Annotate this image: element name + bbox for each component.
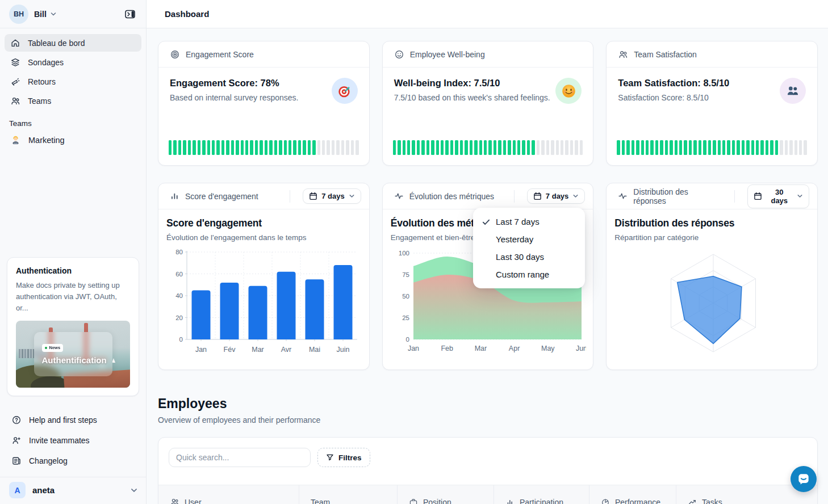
progress-tick <box>766 140 768 155</box>
news-badge: News <box>42 344 64 352</box>
progress-tick <box>474 140 477 155</box>
svg-text:0: 0 <box>179 336 183 343</box>
sidebar-item-label: Teams <box>28 96 51 106</box>
progress-tick <box>356 140 358 155</box>
sidebar-item-sondages[interactable]: Sondages <box>5 53 141 71</box>
card-header-label: Distribution des réponses <box>633 187 722 205</box>
calendar-icon <box>533 192 542 200</box>
progress-tick <box>770 140 773 155</box>
column-header-team[interactable]: Team <box>299 485 397 504</box>
progress-tick <box>742 140 745 155</box>
svg-text:May: May <box>541 345 555 352</box>
team-satisfaction-card: Team Satisfaction Team Satisfaction: 8.5… <box>606 41 818 166</box>
svg-text:Mai: Mai <box>309 346 320 354</box>
progress-tick <box>173 140 176 155</box>
target-rings-icon <box>170 49 180 60</box>
account-avatar: A <box>9 482 26 498</box>
progress-tick <box>626 140 629 155</box>
employees-section: Employees Overview of employees and thei… <box>158 396 818 504</box>
progress-tickbar <box>169 140 359 155</box>
sidebar-item-marketing[interactable]: Marketing <box>5 131 141 149</box>
progress-tick <box>580 140 583 155</box>
card-header: Distribution des réponses 30 days <box>607 183 817 209</box>
users-icon <box>618 49 628 60</box>
progress-tick <box>794 140 797 155</box>
date-range-button[interactable]: 30 days <box>747 184 809 208</box>
chart-title: Distribution des réponses <box>614 217 812 229</box>
teams-section-label: Teams <box>9 119 146 128</box>
badge-dot <box>45 347 47 349</box>
card-header-label: Team Satisfaction <box>634 50 697 59</box>
search-input[interactable] <box>169 448 311 467</box>
menu-item-last-7-days[interactable]: Last 7 days <box>473 213 585 230</box>
progress-tick <box>689 140 692 155</box>
stat-body: Team Satisfaction: 8.5/10 Satisfaction S… <box>607 68 817 104</box>
trend-up-icon <box>688 498 697 504</box>
chevron-down-icon <box>797 193 803 199</box>
promo-title: Authentication <box>16 266 130 275</box>
progress-tick <box>351 140 354 155</box>
menu-item-yesterday[interactable]: Yesterday <box>473 230 585 248</box>
employee-well-being-card: Employee Well-being Well-being Index: 7.… <box>382 41 594 166</box>
stat-subtitle: 7.5/10 based on this week's shared feeli… <box>394 93 550 102</box>
workspace-avatar[interactable]: BH <box>9 5 28 24</box>
promo-card-authentication[interactable]: Authentication Make docs private by sett… <box>7 257 139 396</box>
main-header: Dashboard <box>147 0 828 28</box>
filters-button[interactable]: Filtres <box>317 448 370 467</box>
progress-tick <box>727 140 730 155</box>
progress-tick <box>498 140 501 155</box>
calendar-icon <box>309 192 317 200</box>
responses-radar-chart <box>642 246 784 364</box>
progress-tick <box>703 140 706 155</box>
progress-tick <box>346 140 349 155</box>
progress-tick <box>622 140 625 155</box>
progress-tick <box>541 140 544 155</box>
card-header: Employee Well-being <box>383 41 593 68</box>
progress-tick <box>207 140 210 155</box>
workspace-name[interactable]: Bill <box>34 10 47 19</box>
bar-chart-icon <box>505 498 515 504</box>
column-header-participation[interactable]: Participation <box>494 485 589 504</box>
progress-tick <box>522 140 525 155</box>
help-and-first-steps-item[interactable]: Help and first steps <box>5 410 141 430</box>
sidebar-item-retours[interactable]: Retours <box>5 73 141 90</box>
promo-overlay-card: News Authentification <box>34 332 112 376</box>
svg-text:Mar: Mar <box>252 346 264 354</box>
progress-tick <box>718 140 721 155</box>
header-divider <box>514 190 515 203</box>
progress-tick <box>751 140 754 155</box>
account-switcher[interactable]: A aneta <box>0 477 146 504</box>
progress-tick <box>503 140 506 155</box>
progress-tick <box>789 140 792 155</box>
busts-emoji <box>780 78 806 104</box>
collapse-sidebar-button[interactable] <box>122 6 138 22</box>
progress-tick <box>650 140 653 155</box>
invite-teammates-item[interactable]: Invite teammates <box>5 430 141 451</box>
menu-item-last-30-days[interactable]: Last 30 days <box>473 248 585 266</box>
stat-body: Well-being Index: 7.5/10 7.5/10 based on… <box>383 68 593 104</box>
column-header-performance[interactable]: Performance <box>589 485 676 504</box>
progress-tick <box>532 140 534 155</box>
progress-tick <box>775 140 778 155</box>
column-header-user[interactable]: User <box>158 485 299 504</box>
chevron-down-icon <box>50 11 57 18</box>
progress-tick <box>193 140 195 155</box>
date-range-button[interactable]: 7 days <box>303 188 361 204</box>
header-divider <box>290 190 290 203</box>
sidebar-footer: Help and first steps Invite teammates Ch… <box>0 408 146 474</box>
svg-text:Mar: Mar <box>474 345 487 352</box>
stat-title: Well-being Index: 7.5/10 <box>394 78 550 89</box>
sidebar-item-teams[interactable]: Teams <box>5 92 141 110</box>
progress-tick <box>312 140 315 155</box>
column-header-position[interactable]: Position <box>397 485 494 504</box>
menu-item-custom-range[interactable]: Custom range <box>473 266 585 283</box>
check-icon <box>482 217 491 226</box>
chat-launcher-button[interactable] <box>791 466 817 492</box>
progress-tick <box>575 140 578 155</box>
sidebar-item-tableau-de-bord[interactable]: Tableau de bord <box>5 34 141 52</box>
progress-tick <box>445 140 448 155</box>
engagement-bar-chart: 020406080JanFévMarAvrMaiJuin <box>166 246 362 355</box>
stat-subtitle: Satisfaction Score: 8.5/10 <box>618 93 729 102</box>
date-range-button[interactable]: 7 days <box>527 188 585 204</box>
changelog-item[interactable]: Changelog <box>5 451 141 471</box>
